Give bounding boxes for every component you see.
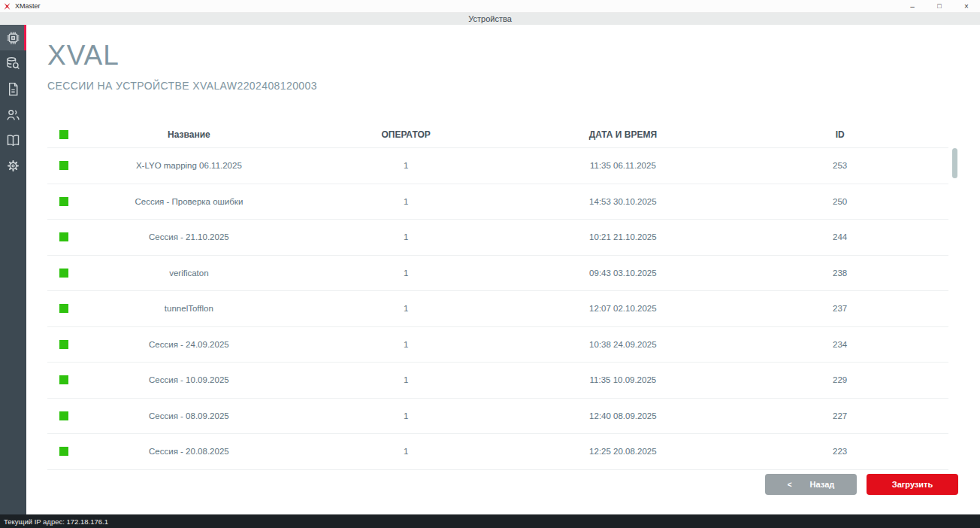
table-row[interactable]: tunnelTofflon 1 12:07 02.10.2025 237 [47, 290, 948, 326]
gear-icon [5, 158, 21, 174]
session-name-cell: tunnelTofflon [80, 304, 298, 313]
column-header-operator: ОПЕРАТОР [298, 129, 515, 140]
status-square-icon [59, 304, 68, 313]
session-operator-cell: 1 [298, 375, 515, 384]
minimize-button[interactable]: – [899, 0, 926, 12]
table-row[interactable]: Сессия - 08.09.2025 1 12:40 08.09.2025 2… [47, 398, 948, 434]
status-cell [47, 447, 80, 456]
back-button-label: Назад [810, 480, 835, 489]
session-operator-cell: 1 [298, 161, 515, 170]
current-ip-text: Текущий IP адрес: 172.18.176.1 [4, 517, 108, 526]
sessions-table-header: Название ОПЕРАТОР ДАТА И ВРЕМЯ ID [47, 122, 948, 147]
page-subtitle: СЕССИИ НА УСТРОЙСТВЕ XVALAW2202408120003 [47, 80, 317, 92]
session-operator-cell: 1 [298, 269, 515, 278]
status-square-icon [59, 232, 68, 241]
session-datetime-cell: 12:25 20.08.2025 [515, 447, 732, 456]
status-square-icon [59, 269, 68, 278]
sidebar-item-devices[interactable] [0, 25, 26, 50]
status-column-header [47, 130, 80, 139]
table-row[interactable]: Сессия - Проверка ошибки 1 14:53 30.10.2… [47, 184, 948, 220]
session-operator-cell: 1 [298, 304, 515, 313]
status-square-icon [59, 197, 68, 206]
sessions-table-body: X-LYO mapping 06.11.2025 1 11:35 06.11.2… [47, 147, 948, 470]
status-square-icon [59, 375, 68, 384]
column-header-name: Название [80, 129, 298, 140]
session-id-cell: 250 [731, 197, 948, 206]
app-header-title: Устройства [468, 14, 512, 23]
xmaster-logo-icon [3, 2, 11, 11]
status-cell [47, 269, 80, 278]
session-name-cell: X-LYO mapping 06.11.2025 [80, 161, 298, 170]
session-operator-cell: 1 [298, 411, 515, 420]
status-square-icon [59, 130, 68, 139]
app-header: Устройства [0, 13, 980, 25]
load-button[interactable]: Загрузить [867, 474, 958, 495]
session-datetime-cell: 12:07 02.10.2025 [515, 304, 732, 313]
chip-icon [5, 30, 21, 46]
session-id-cell: 223 [731, 447, 948, 456]
status-cell [47, 161, 80, 170]
chevron-left-icon: < [788, 481, 792, 489]
sessions-table: Название ОПЕРАТОР ДАТА И ВРЕМЯ ID X-LYO … [47, 122, 948, 470]
session-id-cell: 237 [731, 304, 948, 313]
database-search-icon [5, 56, 21, 71]
status-cell [47, 411, 80, 420]
session-name-cell: Сессия - 20.08.2025 [80, 447, 298, 456]
session-operator-cell: 1 [298, 447, 515, 456]
session-datetime-cell: 11:35 06.11.2025 [515, 161, 732, 170]
status-cell [47, 375, 80, 384]
session-name-cell: Сессия - 08.09.2025 [80, 411, 298, 420]
session-name-cell: Сессия - 21.10.2025 [80, 232, 298, 241]
table-row[interactable]: Сессия - 21.10.2025 1 10:21 21.10.2025 2… [47, 219, 948, 255]
table-row[interactable]: Сессия - 10.09.2025 1 11:35 10.09.2025 2… [47, 362, 948, 398]
table-scrollbar-thumb[interactable] [952, 148, 957, 178]
session-name-cell: Сессия - 24.09.2025 [80, 340, 298, 349]
sidebar-item-documents[interactable] [0, 76, 26, 102]
session-operator-cell: 1 [298, 197, 515, 206]
status-cell [47, 304, 80, 313]
main-content: XVAL СЕССИИ НА УСТРОЙСТВЕ XVALAW22024081… [26, 25, 980, 514]
session-datetime-cell: 12:40 08.09.2025 [515, 411, 732, 420]
users-icon [5, 107, 21, 123]
maximize-button[interactable]: □ [926, 0, 953, 12]
session-id-cell: 253 [731, 161, 948, 170]
session-datetime-cell: 09:43 03.10.2025 [515, 269, 732, 278]
table-row[interactable]: verificaton 1 09:43 03.10.2025 238 [47, 255, 948, 291]
session-id-cell: 238 [731, 269, 948, 278]
status-square-icon [59, 411, 68, 420]
session-id-cell: 229 [731, 375, 948, 384]
session-datetime-cell: 10:38 24.09.2025 [515, 340, 732, 349]
status-square-icon [59, 340, 68, 349]
session-name-cell: Сессия - Проверка ошибки [80, 197, 298, 206]
document-icon [5, 81, 21, 97]
status-bar: Текущий IP адрес: 172.18.176.1 [0, 514, 980, 528]
window-title: XMaster [15, 2, 41, 10]
table-row[interactable]: X-LYO mapping 06.11.2025 1 11:35 06.11.2… [47, 147, 948, 184]
session-name-cell: verificaton [80, 269, 298, 278]
session-id-cell: 244 [731, 232, 948, 241]
session-operator-cell: 1 [298, 232, 515, 241]
session-id-cell: 227 [731, 411, 948, 420]
close-button[interactable]: × [953, 0, 980, 12]
window-controls: – □ × [899, 0, 980, 12]
column-header-datetime: ДАТА И ВРЕМЯ [515, 129, 732, 140]
table-row[interactable]: Сессия - 20.08.2025 1 12:25 20.08.2025 2… [47, 433, 948, 469]
sidebar-item-users[interactable] [0, 102, 26, 127]
column-header-id: ID [731, 129, 948, 140]
back-button[interactable]: < Назад [765, 474, 857, 495]
sidebar-nav [0, 25, 26, 514]
status-cell [47, 340, 80, 349]
page-title: XVAL [47, 40, 119, 71]
status-square-icon [59, 161, 68, 170]
session-name-cell: Сессия - 10.09.2025 [80, 375, 298, 384]
sidebar-item-manual[interactable] [0, 127, 26, 153]
table-row[interactable]: Сессия - 24.09.2025 1 10:38 24.09.2025 2… [47, 326, 948, 363]
status-square-icon [59, 447, 68, 456]
session-datetime-cell: 14:53 30.10.2025 [515, 197, 732, 206]
session-operator-cell: 1 [298, 340, 515, 349]
sidebar-item-data-search[interactable] [0, 50, 26, 76]
session-datetime-cell: 11:35 10.09.2025 [515, 375, 732, 384]
session-id-cell: 234 [731, 340, 948, 349]
sidebar-item-settings[interactable] [0, 153, 26, 178]
session-datetime-cell: 10:21 21.10.2025 [515, 232, 732, 241]
